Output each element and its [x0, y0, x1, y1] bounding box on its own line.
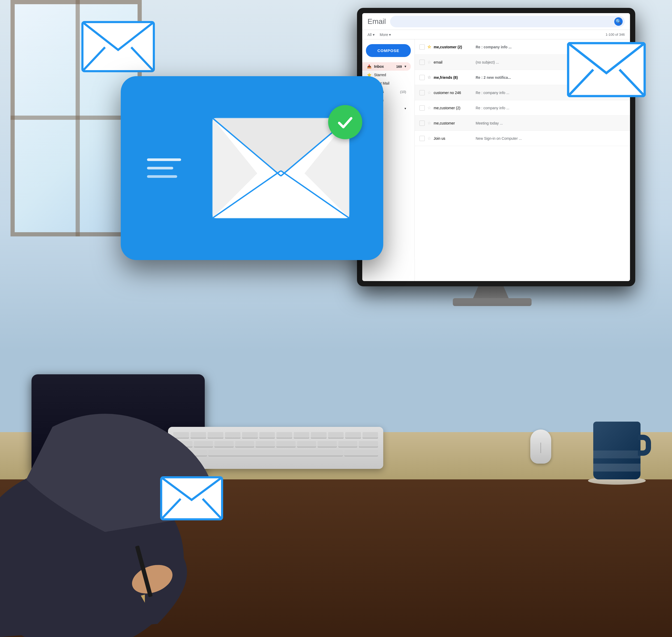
- email-toolbar: All ▾ More ▾ 1-100 of 346: [362, 30, 630, 39]
- mouse: [530, 430, 551, 463]
- email-checkbox[interactable]: [419, 105, 425, 111]
- key: [359, 441, 378, 447]
- email-checkbox[interactable]: [419, 90, 425, 95]
- email-subject: Meeting today ...: [475, 121, 625, 125]
- star-icon[interactable]: ☆: [427, 60, 431, 65]
- email-row[interactable]: ☆ me,customer Meeting today ...: [415, 115, 630, 131]
- star-icon[interactable]: ☆: [427, 105, 431, 110]
- speed-lines: [147, 158, 181, 178]
- person-body: [0, 269, 236, 637]
- chevron-down-icon: ▾: [373, 33, 375, 37]
- coffee-cup-body: [593, 422, 640, 479]
- chevron-down-icon: ▾: [389, 33, 391, 37]
- key: [242, 432, 258, 438]
- email-sender: customer no 246: [434, 91, 473, 95]
- email-checkbox[interactable]: [419, 136, 425, 141]
- star-icon[interactable]: ☆: [427, 136, 431, 141]
- key: [328, 432, 344, 438]
- more-chevron-icon: ▾: [405, 107, 406, 110]
- speed-line-1: [147, 158, 181, 161]
- star-icon[interactable]: ☆: [427, 90, 431, 95]
- email-sender: me,customer (2): [434, 45, 473, 49]
- inbox-badge: 169: [396, 65, 402, 69]
- email-sender: me,customer: [434, 121, 473, 125]
- email-count: 1-100 of 346: [605, 33, 625, 37]
- email-subject: Re : company info ...: [475, 106, 625, 110]
- email-sender: me,friends (8): [434, 75, 473, 79]
- key: [318, 441, 337, 447]
- floating-envelope-topleft: [81, 21, 155, 73]
- star-icon[interactable]: ☆: [427, 121, 431, 126]
- email-checkbox[interactable]: [419, 44, 425, 50]
- email-sender: me,customer (2): [434, 106, 473, 110]
- mouse-divider: [541, 443, 541, 453]
- big-blue-card: [121, 76, 383, 260]
- cup-stripe-2: [593, 451, 640, 458]
- sidebar-item-inbox[interactable]: 📥 Inbox 169 ▾: [362, 62, 411, 71]
- monitor-base: [453, 298, 531, 306]
- cup-handle: [638, 435, 651, 456]
- key: [256, 441, 275, 447]
- search-input[interactable]: [390, 16, 625, 27]
- speed-line-3: [147, 175, 177, 178]
- coffee-cup-container: [593, 422, 646, 485]
- email-sender: Join us: [434, 136, 473, 141]
- cup-stripe-1: [593, 463, 640, 472]
- key: [345, 432, 361, 438]
- key: [235, 441, 254, 447]
- inbox-chevron: ▾: [405, 65, 406, 68]
- compose-button[interactable]: COMPOSE: [366, 44, 411, 57]
- envelope-svg-topright: [567, 42, 646, 97]
- key: [276, 441, 296, 447]
- key: [338, 441, 357, 447]
- checkmark-icon: [336, 113, 354, 131]
- compose-container: COMPOSE: [366, 44, 411, 57]
- email-sender: email: [434, 60, 473, 65]
- email-header: Email 🔍: [362, 13, 630, 30]
- key: [344, 450, 378, 456]
- email-row[interactable]: ☆ me,customer (2) Re : company info ...: [415, 101, 630, 115]
- inbox-icon: 📥: [367, 65, 371, 69]
- speed-line-2: [147, 167, 173, 169]
- drafts-badge: (10): [400, 90, 406, 94]
- floating-envelope-bottom: [160, 476, 223, 522]
- large-envelope: [210, 115, 352, 221]
- check-badge: [328, 105, 362, 139]
- app-title: Email: [368, 17, 386, 26]
- envelope-svg-topleft: [81, 21, 155, 72]
- email-checkbox[interactable]: [419, 121, 425, 126]
- email-row[interactable]: ☆ Join us New Sign-in on Computer ...: [415, 131, 630, 146]
- large-envelope-svg: [210, 115, 352, 221]
- person-svg: [0, 269, 236, 637]
- search-button[interactable]: 🔍: [614, 17, 623, 26]
- key: [362, 432, 378, 438]
- email-subject: New Sign-in on Computer ...: [475, 136, 625, 141]
- key: [297, 441, 316, 447]
- star-icon[interactable]: ☆: [427, 75, 431, 80]
- toolbar-all[interactable]: All ▾: [368, 33, 375, 37]
- email-checkbox[interactable]: [419, 60, 425, 65]
- key: [294, 432, 310, 438]
- key: [311, 432, 326, 438]
- floating-envelope-topright: [567, 42, 646, 98]
- star-icon[interactable]: ☆: [427, 44, 431, 49]
- search-container: 🔍: [390, 16, 625, 27]
- key: [276, 432, 292, 438]
- search-icon: 🔍: [616, 19, 621, 24]
- toolbar-more[interactable]: More ▾: [380, 33, 391, 37]
- key: [259, 432, 275, 438]
- email-checkbox[interactable]: [419, 75, 425, 80]
- envelope-svg-bottom: [160, 476, 223, 521]
